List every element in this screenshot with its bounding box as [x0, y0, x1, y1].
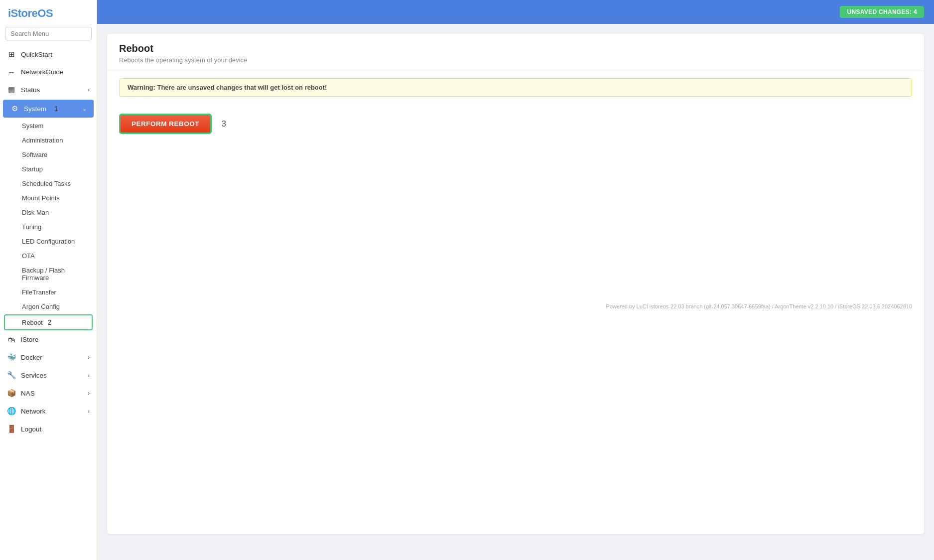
reboot-label: Reboot	[22, 319, 43, 326]
sidebar-item-services[interactable]: 🔧 Services ›	[0, 366, 97, 384]
sidebar: iStoreOS ⊞ QuickStart ↔ NetworkGuide ▦ S…	[0, 0, 97, 560]
nas-chevron: ›	[88, 390, 90, 396]
sidebar-label-nas: NAS	[21, 390, 35, 397]
subitem-scheduled-tasks[interactable]: Scheduled Tasks	[0, 176, 97, 191]
sidebar-label-network: Network	[21, 408, 46, 415]
main-area: UNSAVED CHANGES: 4 Reboot Reboots the op…	[97, 0, 934, 560]
app-logo: iStoreOS	[0, 0, 97, 25]
services-icon: 🔧	[7, 371, 16, 380]
warning-text: Warning: There are unsaved changes that …	[128, 84, 327, 91]
system-icon: ⚙	[10, 104, 19, 113]
subitem-led-configuration[interactable]: LED Configuration	[0, 234, 97, 249]
docker-icon: 🐳	[7, 353, 16, 362]
subitem-backup-flash[interactable]: Backup / Flash Firmware	[0, 263, 97, 285]
subitem-ota[interactable]: OTA	[0, 249, 97, 263]
sidebar-item-status[interactable]: ▦ Status ›	[0, 81, 97, 99]
sidebar-label-quickstart: QuickStart	[21, 51, 52, 58]
system-chevron: ⌄	[82, 106, 87, 112]
warning-box: Warning: There are unsaved changes that …	[119, 78, 912, 97]
step-number: 3	[222, 120, 226, 129]
sidebar-item-networkguide[interactable]: ↔ NetworkGuide	[0, 63, 97, 81]
sidebar-item-nas[interactable]: 📦 NAS ›	[0, 384, 97, 402]
network-chevron: ›	[88, 408, 90, 414]
search-input[interactable]	[5, 27, 92, 40]
sidebar-label-system: System	[24, 105, 46, 113]
subitem-administration[interactable]: Administration	[0, 133, 97, 147]
sidebar-item-network[interactable]: 🌐 Network ›	[0, 402, 97, 420]
page-title: Reboot	[119, 43, 912, 54]
networkguide-icon: ↔	[7, 68, 16, 76]
page-header: Reboot Reboots the operating system of y…	[107, 34, 924, 71]
istore-icon: 🛍	[7, 335, 16, 344]
sidebar-label-logout: Logout	[21, 425, 41, 433]
subitem-tuning[interactable]: Tuning	[0, 220, 97, 234]
sidebar-label-docker: Docker	[21, 354, 42, 361]
sidebar-label-status: Status	[21, 86, 40, 94]
sidebar-item-logout[interactable]: 🚪 Logout	[0, 420, 97, 438]
sidebar-item-istore[interactable]: 🛍 iStore	[0, 331, 97, 348]
page-subtitle: Reboots the operating system of your dev…	[119, 56, 912, 64]
sidebar-item-quickstart[interactable]: ⊞ QuickStart	[0, 45, 97, 63]
search-wrapper	[0, 25, 97, 45]
page-card: Reboot Reboots the operating system of y…	[107, 34, 924, 534]
docker-chevron: ›	[88, 354, 90, 360]
services-chevron: ›	[88, 372, 90, 378]
status-chevron: ›	[88, 87, 90, 93]
annotation-1: 1	[54, 105, 58, 113]
subitem-software[interactable]: Software	[0, 147, 97, 162]
sidebar-item-system[interactable]: ⚙ System 1 ⌄	[3, 100, 94, 118]
reboot-section: PERFORM REBOOT 3	[107, 104, 924, 144]
topbar: UNSAVED CHANGES: 4	[97, 0, 934, 24]
sidebar-item-docker[interactable]: 🐳 Docker ›	[0, 348, 97, 366]
subitem-mount-points[interactable]: Mount Points	[0, 191, 97, 205]
subitem-reboot[interactable]: Reboot 2	[4, 314, 93, 330]
status-icon: ▦	[7, 85, 16, 94]
subitem-startup[interactable]: Startup	[0, 162, 97, 176]
quickstart-icon: ⊞	[7, 50, 16, 59]
sidebar-label-networkguide: NetworkGuide	[21, 68, 64, 76]
sidebar-label-istore: iStore	[21, 336, 38, 343]
logout-icon: 🚪	[7, 424, 16, 433]
annotation-2: 2	[48, 318, 52, 326]
footer-text: Powered by LuCI istoreos-22.03 branch (g…	[107, 293, 924, 317]
unsaved-changes-badge: UNSAVED CHANGES: 4	[840, 6, 924, 18]
nas-icon: 📦	[7, 389, 16, 398]
subitem-argon-config[interactable]: Argon Config	[0, 299, 97, 314]
subitem-system[interactable]: System	[0, 119, 97, 133]
perform-reboot-button[interactable]: PERFORM REBOOT	[119, 114, 212, 134]
subitem-filetransfer[interactable]: FileTransfer	[0, 285, 97, 299]
content-area: Reboot Reboots the operating system of y…	[97, 24, 934, 560]
network-icon: 🌐	[7, 407, 16, 416]
subitem-disk-man[interactable]: Disk Man	[0, 205, 97, 220]
sidebar-label-services: Services	[21, 372, 47, 379]
